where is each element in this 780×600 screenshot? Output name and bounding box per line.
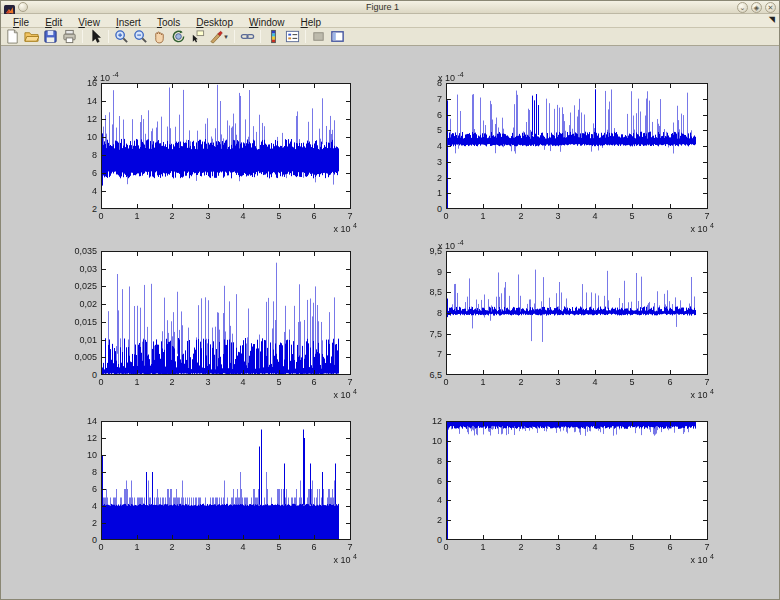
y-tick-label: 14 xyxy=(55,96,97,106)
save-figure-button[interactable] xyxy=(41,28,60,45)
x-tick-label: 1 xyxy=(468,377,498,387)
figure-canvas-area: 24681012141601234567x 10 -4x 10 4 012345… xyxy=(1,46,779,599)
menu-item-edit[interactable]: Edit xyxy=(37,17,70,28)
y-tick-label: 0,01 xyxy=(55,335,97,345)
minimize-button[interactable]: ⌄ xyxy=(737,2,748,13)
maximize-button[interactable]: ◈ xyxy=(751,2,762,13)
x-tick-label: 2 xyxy=(157,542,187,552)
plot-canvas[interactable] xyxy=(101,421,351,540)
menu-overflow-arrow[interactable]: ◥ xyxy=(769,15,775,24)
brush-dropdown-caret[interactable]: ▼ xyxy=(223,34,229,40)
menu-item-insert[interactable]: Insert xyxy=(108,17,149,28)
y-tick-label: 9 xyxy=(400,267,442,277)
x-axis-exponent-label: x 10 4 xyxy=(334,222,357,234)
y-tick-label: 0,02 xyxy=(55,299,97,309)
window-menu-button[interactable] xyxy=(18,2,28,12)
toolbar: ▼ xyxy=(1,28,779,46)
plot-canvas[interactable] xyxy=(101,83,351,209)
y-tick-label: 12 xyxy=(400,416,442,426)
x-tick-label: 5 xyxy=(264,211,294,221)
close-button[interactable]: ✕ xyxy=(765,2,776,13)
x-tick-label: 5 xyxy=(264,377,294,387)
zoom-out-button[interactable] xyxy=(131,28,150,45)
x-tick-label: 5 xyxy=(617,542,647,552)
y-tick-label: 4 xyxy=(55,501,97,511)
plot-canvas[interactable] xyxy=(446,251,708,375)
toolbar-separator xyxy=(260,30,261,43)
y-tick-label: 10 xyxy=(400,436,442,446)
y-tick-label: 1 xyxy=(400,188,442,198)
link-plot-button[interactable] xyxy=(238,28,257,45)
rotate-3d-icon xyxy=(171,29,186,44)
printer-icon xyxy=(62,29,77,44)
menu-item-file[interactable]: File xyxy=(5,17,37,28)
x-tick-label: 4 xyxy=(228,377,258,387)
y-tick-label: 5 xyxy=(400,125,442,135)
x-tick-label: 2 xyxy=(157,377,187,387)
x-tick-label: 1 xyxy=(122,211,152,221)
y-tick-label: 0,035 xyxy=(55,246,97,256)
x-tick-label: 0 xyxy=(431,211,461,221)
x-tick-label: 7 xyxy=(335,542,365,552)
x-tick-label: 7 xyxy=(692,542,722,552)
y-tick-label: 4 xyxy=(55,186,97,196)
x-tick-label: 6 xyxy=(655,211,685,221)
zoom-in-button[interactable] xyxy=(112,28,131,45)
plot-canvas[interactable] xyxy=(446,421,708,540)
x-tick-label: 7 xyxy=(692,377,722,387)
x-tick-label: 0 xyxy=(86,542,116,552)
open-folder-icon xyxy=(24,29,39,44)
x-tick-label: 0 xyxy=(431,542,461,552)
y-tick-label: 12 xyxy=(55,114,97,124)
x-tick-label: 0 xyxy=(431,377,461,387)
x-tick-label: 3 xyxy=(543,377,573,387)
brush-icon xyxy=(209,29,224,44)
x-axis-exponent-label: x 10 4 xyxy=(691,222,714,234)
menu-item-view[interactable]: View xyxy=(70,17,108,28)
subplot-1: 24681012141601234567x 10 -4x 10 4 xyxy=(101,83,351,209)
y-tick-label: 8 xyxy=(400,308,442,318)
hide-plot-tools-icon xyxy=(311,29,326,44)
x-tick-label: 7 xyxy=(335,377,365,387)
insert-legend-button[interactable] xyxy=(283,28,302,45)
plot-canvas[interactable] xyxy=(446,83,708,209)
x-axis-exponent-label: x 10 4 xyxy=(691,553,714,565)
open-file-button[interactable] xyxy=(22,28,41,45)
x-tick-label: 2 xyxy=(506,211,536,221)
insert-colorbar-button[interactable] xyxy=(264,28,283,45)
edit-plot-button[interactable] xyxy=(86,28,105,45)
legend-icon xyxy=(285,29,300,44)
x-tick-label: 4 xyxy=(228,211,258,221)
y-tick-label: 7 xyxy=(400,349,442,359)
menu-item-help[interactable]: Help xyxy=(293,17,330,28)
subplot-5: 0246810121401234567x 10 4 xyxy=(101,421,351,540)
y-tick-label: 9,5 xyxy=(400,246,442,256)
x-tick-label: 2 xyxy=(506,542,536,552)
x-axis-exponent-label: x 10 4 xyxy=(334,553,357,565)
y-tick-label: 2 xyxy=(55,518,97,528)
plot-canvas[interactable] xyxy=(101,251,351,375)
colorbar-icon xyxy=(266,29,281,44)
menu-item-tools[interactable]: Tools xyxy=(149,17,188,28)
show-plot-tools-button[interactable] xyxy=(328,28,347,45)
toolbar-separator xyxy=(234,30,235,43)
y-tick-label: 4 xyxy=(400,141,442,151)
y-axis-exponent-label: x 10 -4 xyxy=(93,71,119,83)
subplot-2: 01234567801234567x 10 -4x 10 4 xyxy=(446,83,708,209)
pan-button[interactable] xyxy=(150,28,169,45)
print-figure-button[interactable] xyxy=(60,28,79,45)
x-tick-label: 3 xyxy=(193,542,223,552)
rotate-3d-button[interactable] xyxy=(169,28,188,45)
data-cursor-button[interactable] xyxy=(188,28,207,45)
x-axis-exponent-label: x 10 4 xyxy=(334,388,357,400)
menu-item-desktop[interactable]: Desktop xyxy=(188,17,241,28)
x-tick-label: 4 xyxy=(228,542,258,552)
x-tick-label: 2 xyxy=(157,211,187,221)
new-figure-button[interactable] xyxy=(3,28,22,45)
y-tick-label: 2 xyxy=(400,173,442,183)
toolbar-separator xyxy=(108,30,109,43)
hide-plot-tools-button[interactable] xyxy=(309,28,328,45)
menu-items: FileEditViewInsertToolsDesktopWindowHelp xyxy=(5,12,329,30)
menu-item-window[interactable]: Window xyxy=(241,17,293,28)
y-tick-label: 10 xyxy=(55,450,97,460)
